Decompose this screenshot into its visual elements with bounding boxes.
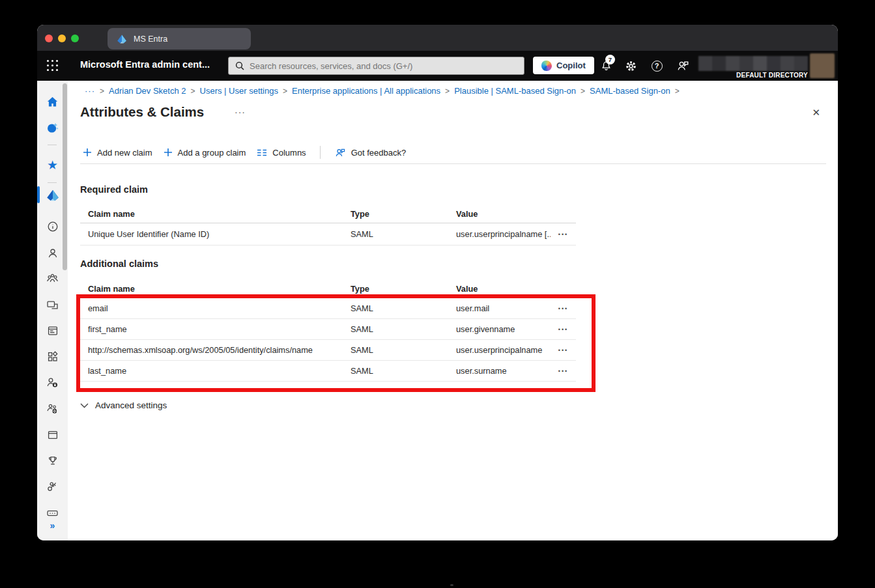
row-menu-button[interactable]: ••• <box>558 326 568 333</box>
feedback-button[interactable] <box>676 59 690 73</box>
additional-claims-table: Claim name Type Value email SAML user.ma… <box>80 279 576 382</box>
sidebar-item-overview[interactable] <box>46 220 59 232</box>
columns-label: Columns <box>272 148 306 158</box>
columns-button[interactable]: Columns <box>254 148 308 158</box>
info-icon <box>47 221 59 232</box>
claim-value-cell: user.userprincipalname [... <box>448 229 551 239</box>
sidebar-item-applications[interactable] <box>46 324 59 337</box>
keys-icon <box>46 481 59 493</box>
col-claim-name: Claim name <box>80 284 343 294</box>
row-menu-button[interactable]: ••• <box>558 305 568 312</box>
breadcrumb-item[interactable]: Enterprise applications | All applicatio… <box>292 86 440 96</box>
sidebar-divider <box>48 145 57 145</box>
sidebar-item-identity-protection[interactable] <box>46 481 59 493</box>
claim-value-cell: user.userprincipalname <box>448 345 551 355</box>
copilot-button[interactable]: Copilot <box>533 57 594 74</box>
row-menu-button[interactable]: ••• <box>558 347 568 354</box>
tab-title: MS Entra <box>134 35 167 44</box>
table-row[interactable]: http://schemas.xmlsoap.org/ws/2005/05/id… <box>80 340 576 361</box>
left-nav-sidebar: ★ <box>37 81 68 540</box>
page-title: Attributes & Claims <box>80 104 204 120</box>
sparkle-icon <box>46 122 59 134</box>
sidebar-item-awards[interactable] <box>46 455 59 467</box>
minimize-window-button[interactable] <box>58 35 66 42</box>
claim-name-cell: http://schemas.xmlsoap.org/ws/2005/05/id… <box>80 345 343 355</box>
trophy-icon <box>47 455 59 467</box>
sidebar-item-entra-id[interactable] <box>46 189 59 201</box>
tab-strip: MS Entra <box>37 25 838 51</box>
notification-badge: 7 <box>605 55 615 64</box>
breadcrumb-item[interactable]: Plausible | SAML-based Sign-on <box>454 86 576 96</box>
breadcrumb-item[interactable]: SAML-based Sign-on <box>590 86 670 96</box>
browser-tab[interactable]: MS Entra <box>108 28 251 49</box>
title-more-button[interactable]: ··· <box>235 107 246 117</box>
entra-id-icon <box>46 189 59 201</box>
table-row[interactable]: Unique User Identifier (Name ID) SAML us… <box>80 223 576 245</box>
table-row[interactable]: email SAML user.mail ••• <box>80 298 576 319</box>
entra-top-bar: Microsoft Entra admin cent... Copilot 7 … <box>37 51 838 81</box>
sidebar-item-whats-new[interactable] <box>46 122 59 134</box>
claim-value-cell: user.surname <box>448 366 551 376</box>
copilot-logo-icon <box>541 61 552 71</box>
global-search[interactable] <box>228 57 524 75</box>
claim-type-cell: SAML <box>343 366 448 376</box>
add-group-claim-label: Add a group claim <box>178 148 246 158</box>
close-icon[interactable]: ✕ <box>812 107 820 119</box>
account-avatar[interactable] <box>810 53 835 78</box>
sidebar-item-users[interactable] <box>46 247 59 259</box>
notifications-button[interactable]: 7 <box>599 59 613 73</box>
sidebar-scrollbar[interactable] <box>63 83 67 270</box>
password-box-icon <box>46 507 59 519</box>
table-row[interactable]: last_name SAML user.surname ••• <box>80 361 576 382</box>
sidebar-item-app-registrations[interactable] <box>46 350 59 363</box>
redaction-block <box>698 56 712 71</box>
app-launcher-icon[interactable] <box>47 60 59 72</box>
close-window-button[interactable] <box>45 35 53 42</box>
settings-button[interactable] <box>624 59 638 73</box>
columns-icon <box>257 148 267 157</box>
redaction-block <box>767 56 781 71</box>
groups-icon <box>46 273 59 285</box>
user-icon <box>47 247 59 259</box>
waffle-dots <box>47 60 49 62</box>
sidebar-item-favorites[interactable]: ★ <box>46 159 59 171</box>
sidebar-item-home[interactable] <box>46 96 59 108</box>
col-type: Type <box>343 284 448 294</box>
breadcrumb-item[interactable]: Adrian Dev Sketch 2 <box>109 86 186 96</box>
claim-type-cell: SAML <box>343 229 448 239</box>
row-menu-button[interactable]: ••• <box>558 231 568 238</box>
additional-claims-heading: Additional claims <box>80 259 158 269</box>
redacted-account-info <box>698 56 808 71</box>
breadcrumb-overflow[interactable]: ··· <box>85 86 95 96</box>
browser-window: MS Entra Microsoft Entra admin cent... C… <box>37 25 838 540</box>
sidebar-item-groups[interactable] <box>46 272 59 285</box>
sidebar-item-devices[interactable] <box>46 298 59 311</box>
got-feedback-button[interactable]: Got feedback? <box>332 147 409 158</box>
table-row[interactable]: first_name SAML user.givenname ••• <box>80 319 576 340</box>
claim-type-cell: SAML <box>343 303 448 313</box>
breadcrumb-item[interactable]: Users | User settings <box>200 86 278 96</box>
sidebar-expand-button[interactable]: » <box>46 519 59 531</box>
sidebar-item-password-reset[interactable] <box>46 507 59 519</box>
claim-name-cell: email <box>80 303 343 313</box>
chevron-right-icon: > <box>283 87 287 96</box>
plus-icon <box>164 148 173 157</box>
people-badge-icon <box>46 402 59 415</box>
row-menu-button[interactable]: ••• <box>558 368 568 374</box>
advanced-settings-toggle[interactable]: Advanced settings <box>80 400 167 410</box>
add-new-claim-button[interactable]: Add new claim <box>80 148 155 158</box>
help-button[interactable]: ? <box>650 59 664 73</box>
redaction-block <box>794 56 808 71</box>
sidebar-item-admin-units[interactable] <box>46 402 59 415</box>
sidebar-item-roles-admins[interactable] <box>46 376 59 389</box>
add-group-claim-button[interactable]: Add a group claim <box>161 148 249 158</box>
sidebar-item-billing[interactable] <box>46 428 59 441</box>
directory-label: DEFAULT DIRECTORY <box>736 72 808 79</box>
fullscreen-window-button[interactable] <box>71 35 79 42</box>
table-header-row: Claim name Type Value <box>80 204 576 223</box>
redaction-block <box>712 56 726 71</box>
search-input[interactable] <box>250 61 497 71</box>
required-claim-heading: Required claim <box>80 184 148 195</box>
claim-type-cell: SAML <box>343 345 448 355</box>
add-new-claim-label: Add new claim <box>97 148 152 158</box>
